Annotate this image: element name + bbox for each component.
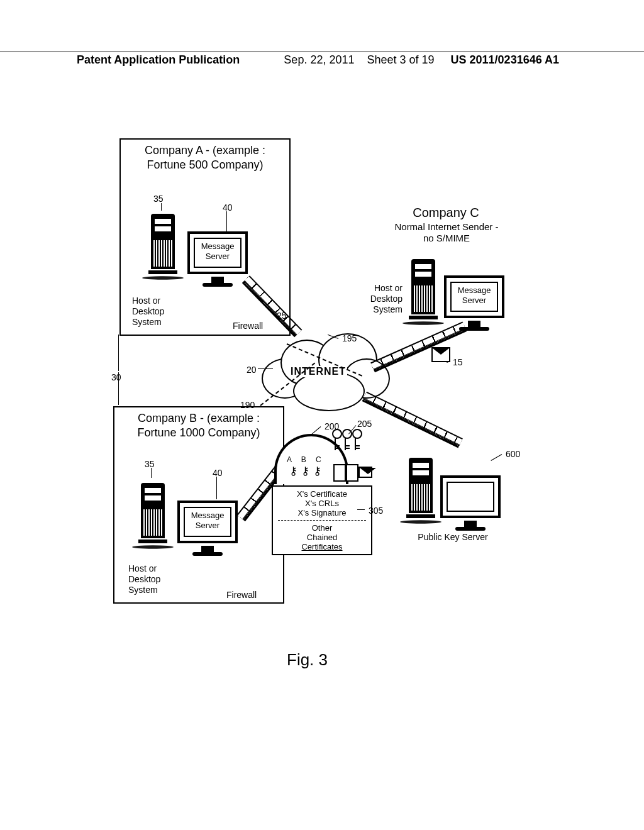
company-a-title-l2: Fortune 500 Company): [147, 158, 263, 171]
ref-205: 205: [357, 419, 372, 429]
company-b-msg-server-label: Message Server: [184, 511, 231, 530]
ref-20: 20: [247, 365, 257, 375]
ref-40-a: 40: [223, 202, 233, 213]
cert-l3: X's Signature: [278, 508, 366, 517]
company-c-sub: Normal Internet Sender - no S/MIME: [365, 221, 528, 244]
ref-600: 600: [506, 449, 520, 460]
company-a-title: Company A - (example : Fortune 500 Compa…: [121, 143, 289, 173]
ref-15: 15: [453, 357, 463, 368]
company-b-title: Company B - (example : Fortune 1000 Comp…: [114, 411, 283, 441]
chain-l1: Other: [278, 523, 366, 533]
company-c-msg-server-label: Message Server: [450, 285, 498, 305]
figure-diagram: Company A - (example : Fortune 500 Compa…: [113, 138, 566, 616]
company-c-host-label: Host or Desktop System: [367, 283, 402, 314]
ref-305: 305: [369, 506, 383, 516]
header-sheet: Sheet 3 of 19: [354, 53, 434, 67]
envelope-icon: [431, 347, 450, 362]
patent-page: Patent Application Publication Sep. 22, …: [0, 0, 644, 830]
header-pub-label: Patent Application Publication: [0, 53, 240, 67]
pks-label: Public Key Server: [396, 532, 509, 543]
company-b-firewall-label: Firewall: [226, 590, 257, 600]
chain-l2: Chained: [278, 533, 366, 542]
company-b-host-label: Host or Desktop System: [128, 563, 160, 595]
header-date: Sep. 22, 2011: [240, 53, 354, 67]
company-a-host-label: Host or Desktop System: [132, 296, 164, 327]
certificate-panel: X's Certificate X's CRLs X's Signature O…: [272, 485, 372, 555]
company-a-firewall-label: Firewall: [233, 321, 263, 331]
pipe-pks-internet: [363, 392, 463, 446]
page-header: Patent Application Publication Sep. 22, …: [0, 52, 644, 67]
cert-l1: X's Certificate: [278, 489, 366, 499]
company-c-title: Company C: [374, 205, 518, 220]
ref-35-b: 35: [145, 459, 155, 470]
cert-l2: X's CRLs: [278, 499, 366, 508]
pki-cabinet-2-icon: [346, 464, 358, 482]
pki-cabinet-1-icon: [333, 464, 346, 482]
header-pubno: US 2011/0231646 A1: [435, 53, 559, 67]
key-icon-1: [332, 429, 340, 454]
company-a-tower-icon: [146, 208, 180, 287]
ref-190: 190: [240, 400, 255, 411]
key-icon-3: [352, 429, 360, 454]
company-c-tower-icon: [406, 253, 440, 332]
pks-monitor-icon: [440, 475, 501, 531]
company-b-tower-icon: [136, 477, 170, 556]
ref-30: 30: [111, 372, 121, 383]
ref-35-a: 35: [153, 194, 164, 204]
pki-abc-label: A B C: [287, 455, 325, 464]
ref-40-b: 40: [213, 468, 223, 479]
figure-label: Fig. 3: [287, 650, 328, 670]
pki-arch-keys-icon: ⚷⚷⚷: [289, 464, 325, 478]
chain-l3: Certificates: [278, 542, 366, 551]
pks-tower-icon: [404, 451, 438, 531]
pki-envelope-icon: [358, 467, 372, 478]
company-a-msg-server-label: Message Server: [194, 241, 242, 261]
company-a-title-l1: Company A - (example :: [145, 144, 265, 157]
company-b-title-l1: Company B - (example :: [138, 412, 260, 424]
ref-195: 195: [342, 333, 357, 344]
company-b-title-l2: Fortune 1000 Company): [137, 426, 260, 439]
